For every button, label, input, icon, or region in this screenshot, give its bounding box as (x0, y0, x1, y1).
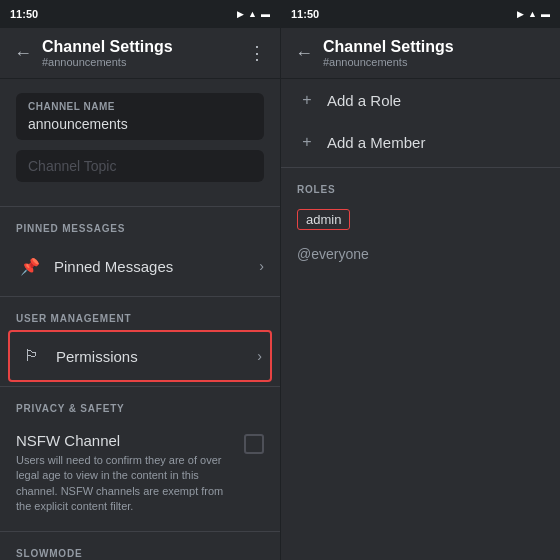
status-icons-left: ▶ ▲ ▬ (237, 9, 270, 19)
role-admin-badge: admin (297, 209, 350, 230)
privacy-safety-header: PRIVACY & SAFETY (0, 391, 280, 420)
roles-section-header: ROLES (281, 172, 560, 201)
nsfw-desc: Users will need to confirm they are of o… (16, 453, 234, 515)
divider-roles (281, 167, 560, 168)
add-role-icon: + (297, 91, 317, 109)
left-content: Channel Name announcements Channel Topic… (0, 79, 280, 560)
time-left: 11:50 (10, 8, 38, 20)
add-role-item[interactable]: + Add a Role (281, 79, 560, 121)
channel-topic-placeholder: Channel Topic (28, 158, 252, 174)
channel-name-section: Channel Name announcements Channel Topic (0, 79, 280, 202)
permissions-label: Permissions (56, 348, 257, 365)
status-bar-left: 11:50 ▶ ▲ ▬ (0, 0, 280, 28)
battery-icon-right: ▬ (541, 9, 550, 19)
add-member-item[interactable]: + Add a Member (281, 121, 560, 163)
signal-icon-right: ▶ (517, 9, 524, 19)
page-subtitle-left: #announcements (42, 56, 238, 68)
right-panel: 11:50 ▶ ▲ ▬ ← Channel Settings #announce… (280, 0, 560, 560)
menu-button-left[interactable]: ⋮ (248, 42, 266, 64)
divider-4 (0, 531, 280, 532)
nsfw-checkbox[interactable] (244, 434, 264, 454)
status-icons-right: ▶ ▲ ▬ (517, 9, 550, 19)
add-member-label: Add a Member (327, 134, 425, 151)
nsfw-title: NSFW Channel (16, 432, 234, 449)
add-role-label: Add a Role (327, 92, 401, 109)
channel-topic-input[interactable]: Channel Topic (16, 150, 264, 182)
signal-icon: ▶ (237, 9, 244, 19)
divider-3 (0, 386, 280, 387)
pinned-messages-header: PINNED MESSAGES (0, 211, 280, 240)
wifi-icon-right: ▲ (528, 9, 537, 19)
nsfw-item: NSFW Channel Users will need to confirm … (0, 420, 280, 527)
header-text-left: Channel Settings #announcements (42, 38, 238, 68)
status-bar-right: 11:50 ▶ ▲ ▬ (281, 0, 560, 28)
pin-icon: 📌 (16, 252, 44, 280)
channel-name-label: Channel Name (28, 101, 252, 112)
right-content: + Add a Role + Add a Member ROLES admin … (281, 79, 560, 560)
divider-2 (0, 296, 280, 297)
wifi-icon: ▲ (248, 9, 257, 19)
role-everyone-item[interactable]: @everyone (281, 238, 560, 270)
battery-icon: ▬ (261, 9, 270, 19)
page-subtitle-right: #announcements (323, 56, 546, 68)
time-right: 11:50 (291, 8, 319, 20)
pinned-messages-label: Pinned Messages (54, 258, 259, 275)
user-management-header: USER MANAGEMENT (0, 301, 280, 330)
back-button-left[interactable]: ← (14, 43, 32, 64)
header-text-right: Channel Settings #announcements (323, 38, 546, 68)
page-title-left: Channel Settings (42, 38, 238, 56)
channel-name-input[interactable]: Channel Name announcements (16, 93, 264, 140)
left-panel: 11:50 ▶ ▲ ▬ ← Channel Settings #announce… (0, 0, 280, 560)
add-member-icon: + (297, 133, 317, 151)
channel-name-value: announcements (28, 116, 252, 132)
permissions-item[interactable]: 🏳 Permissions › (8, 330, 272, 382)
slowmode-header: SLOWMODE (0, 536, 280, 560)
header-left: ← Channel Settings #announcements ⋮ (0, 28, 280, 79)
permissions-icon: 🏳 (18, 342, 46, 370)
back-button-right[interactable]: ← (295, 43, 313, 64)
role-admin-item[interactable]: admin (281, 201, 560, 238)
permissions-chevron-icon: › (257, 348, 262, 364)
divider-1 (0, 206, 280, 207)
page-title-right: Channel Settings (323, 38, 546, 56)
header-right: ← Channel Settings #announcements (281, 28, 560, 79)
pinned-messages-item[interactable]: 📌 Pinned Messages › (0, 240, 280, 292)
chevron-right-icon: › (259, 258, 264, 274)
nsfw-text: NSFW Channel Users will need to confirm … (16, 432, 234, 515)
